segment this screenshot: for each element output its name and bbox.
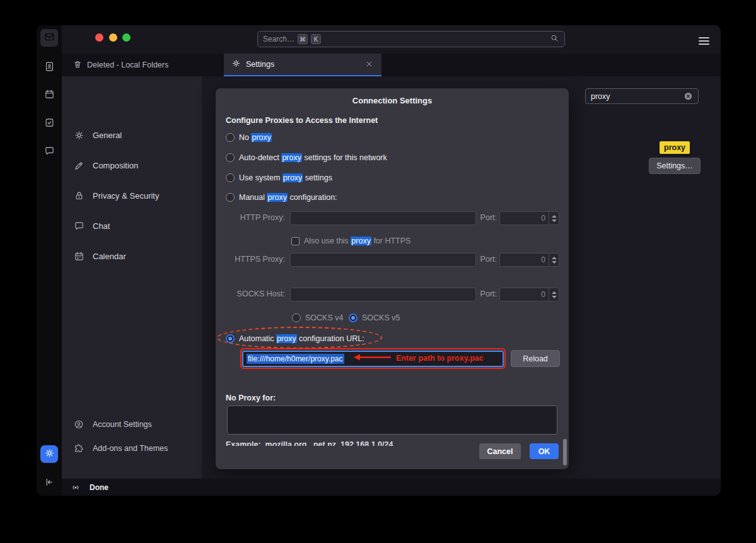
search-icon xyxy=(550,33,559,45)
socks-port-input[interactable]: 0 xyxy=(499,288,559,301)
radio-circle[interactable] xyxy=(226,193,235,202)
sidebar-item-addons-themes[interactable]: Add-ons and Themes xyxy=(73,440,168,457)
tab-settings[interactable]: Settings xyxy=(224,54,381,76)
tab-bar: Deleted - Local Folders Settings xyxy=(62,54,721,76)
settings-main: proxy proxy Settings… Connection Setting… xyxy=(202,76,721,479)
sidebar-item-calendar[interactable]: Calendar xyxy=(73,248,126,264)
radio-label: Use system proxy settings xyxy=(239,173,332,182)
radio-circle[interactable] xyxy=(226,334,235,343)
window-close-button[interactable] xyxy=(95,33,103,42)
find-highlight: proxy xyxy=(251,133,272,142)
no-proxy-textarea[interactable] xyxy=(227,406,557,435)
tasks-icon[interactable] xyxy=(43,116,55,129)
radio-socks-v5[interactable]: SOCKS v5 xyxy=(349,312,400,324)
sidebar-item-account-settings[interactable]: Account Settings xyxy=(73,416,152,433)
port-spinner[interactable] xyxy=(549,212,559,225)
window-minimize-button[interactable] xyxy=(109,33,117,42)
port-spinner[interactable] xyxy=(549,288,559,301)
ok-button[interactable]: OK xyxy=(530,443,559,459)
sidebar-item-label: Chat xyxy=(93,221,110,231)
kbd-cmd-badge: ⌘ xyxy=(298,34,308,44)
http-port-input[interactable]: 0 xyxy=(499,211,559,225)
radio-circle[interactable] xyxy=(226,173,235,182)
checkbox-label: Also use this proxy for HTTPS xyxy=(304,236,410,245)
settings-space-button[interactable] xyxy=(40,445,58,463)
sidebar-item-label: Calendar xyxy=(93,252,126,261)
annotation-arrow-icon xyxy=(352,353,392,363)
connection-settings-dialog: Connection Settings Configure Proxies to… xyxy=(216,88,569,469)
activity-status-icon xyxy=(71,482,81,493)
gear-icon xyxy=(73,129,84,141)
app-menu-button[interactable] xyxy=(699,35,709,47)
tab-deleted-folder[interactable]: Deleted - Local Folders xyxy=(68,54,173,76)
lock-icon xyxy=(73,190,84,201)
app-window: Search… ⌘ K Deleted - Local Folders Sett… xyxy=(37,25,721,496)
cancel-button[interactable]: Cancel xyxy=(479,443,521,459)
socks-port-label: Port: xyxy=(472,289,497,298)
trash-icon xyxy=(73,60,82,71)
global-search-input[interactable]: Search… ⌘ K xyxy=(257,31,565,47)
dialog-scrollbar[interactable] xyxy=(563,439,567,465)
proxy-settings-button[interactable]: Settings… xyxy=(649,158,701,174)
calendar-space-icon[interactable] xyxy=(43,88,55,100)
chat-bubble-icon xyxy=(73,220,84,231)
port-spinner[interactable] xyxy=(549,254,559,266)
window-zoom-button[interactable] xyxy=(122,33,131,42)
radio-label: Auto-detect proxy settings for this netw… xyxy=(239,153,387,162)
socks-host-input[interactable] xyxy=(290,288,476,301)
search-placeholder: Search… xyxy=(263,35,294,44)
chat-space-icon[interactable] xyxy=(43,144,55,157)
radio-use-system[interactable]: Use system proxy settings xyxy=(226,172,332,184)
use-for-https-checkbox[interactable]: Also use this proxy for HTTPS xyxy=(291,235,410,247)
collapse-toolbar-icon[interactable] xyxy=(43,476,55,488)
titlebar: Search… ⌘ K xyxy=(62,25,721,54)
close-icon[interactable] xyxy=(365,60,374,69)
find-highlight: proxy xyxy=(276,334,297,343)
https-proxy-label: HTTPS Proxy: xyxy=(216,255,285,264)
find-current-match: proxy xyxy=(660,141,690,154)
pencil-icon xyxy=(73,160,84,171)
no-proxy-example-text: Example: .mozilla.org, .net.nz, 192.168.… xyxy=(226,440,465,446)
find-highlight: proxy xyxy=(267,193,288,202)
radio-label: SOCKS v4 xyxy=(305,313,343,322)
reload-button[interactable]: Reload xyxy=(511,350,560,367)
sidebar-item-composition[interactable]: Composition xyxy=(73,157,138,173)
gear-icon xyxy=(44,448,55,461)
address-book-icon[interactable] xyxy=(43,60,55,73)
sidebar-item-chat[interactable]: Chat xyxy=(73,218,110,234)
find-highlight: proxy xyxy=(351,236,371,245)
find-highlight: proxy xyxy=(282,173,303,182)
radio-circle[interactable] xyxy=(226,133,235,142)
socks-host-label: SOCKS Host: xyxy=(216,289,285,298)
radio-label: Manual proxy configuration: xyxy=(239,193,337,202)
radio-auto-detect[interactable]: Auto-detect proxy settings for this netw… xyxy=(226,151,387,164)
sidebar-item-label: Composition xyxy=(93,161,138,170)
space-mail[interactable] xyxy=(40,29,58,47)
settings-search-value: proxy xyxy=(591,92,610,101)
radio-socks-v4[interactable]: SOCKS v4 xyxy=(292,312,343,324)
clear-search-icon[interactable] xyxy=(683,91,693,101)
spaces-toolbar xyxy=(37,25,62,496)
radio-circle[interactable] xyxy=(292,313,301,322)
puzzle-icon xyxy=(73,443,84,454)
calendar-icon xyxy=(73,250,84,262)
http-proxy-input[interactable] xyxy=(290,211,476,225)
radio-circle[interactable] xyxy=(349,313,358,322)
radio-no-proxy[interactable]: No proxy xyxy=(226,131,272,144)
tab-label: Settings xyxy=(246,60,274,69)
sidebar-item-privacy-security[interactable]: Privacy & Security xyxy=(73,187,159,204)
settings-search-input[interactable]: proxy xyxy=(585,88,699,104)
radio-autoconfig-url[interactable]: Automatic proxy configuration URL: xyxy=(226,332,364,345)
settings-page: General Composition Privacy & Security C… xyxy=(62,76,721,479)
sidebar-item-general[interactable]: General xyxy=(73,127,122,143)
https-proxy-input[interactable] xyxy=(290,253,476,267)
kbd-k-badge: K xyxy=(311,34,321,44)
https-port-input[interactable]: 0 xyxy=(499,253,559,267)
no-proxy-for-label: No Proxy for: xyxy=(226,394,276,402)
checkbox[interactable] xyxy=(291,237,299,245)
gear-icon xyxy=(231,59,241,70)
sidebar-item-label: Privacy & Security xyxy=(93,191,159,201)
radio-manual[interactable]: Manual proxy configuration: xyxy=(226,191,337,204)
radio-circle[interactable] xyxy=(226,153,235,162)
selected-url-text: file:///home/h0mer/proxy.pac xyxy=(247,354,344,364)
